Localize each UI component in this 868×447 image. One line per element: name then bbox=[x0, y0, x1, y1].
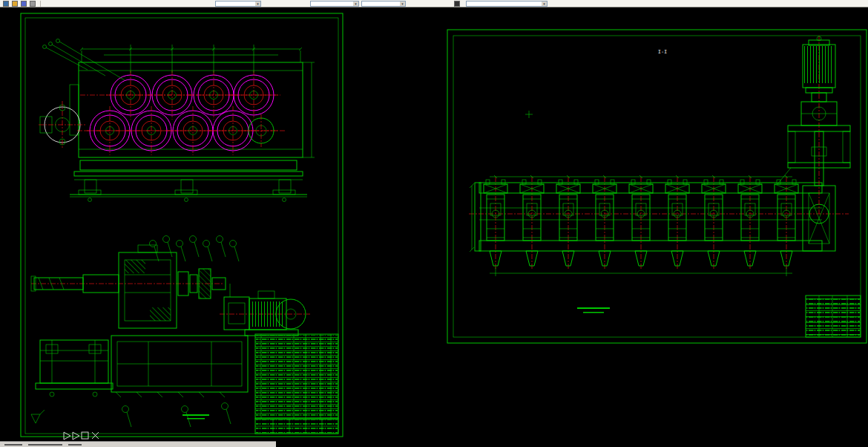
status-text-fragment bbox=[28, 444, 62, 446]
machine-bed bbox=[70, 160, 307, 202]
view-caption bbox=[183, 414, 209, 420]
right-drawing-sheet: I-I bbox=[447, 30, 867, 343]
repeated-part bbox=[208, 106, 257, 155]
repeated-part bbox=[190, 236, 200, 258]
plan-view bbox=[39, 39, 315, 158]
parts-list-table bbox=[255, 334, 338, 419]
top-toolbar: ▾ ▾ ▾ ▾ bbox=[0, 0, 868, 7]
roller-circles bbox=[85, 71, 278, 155]
new-file-icon[interactable] bbox=[3, 1, 9, 7]
repeated-part bbox=[177, 241, 186, 262]
base-frame bbox=[111, 336, 248, 397]
repeated-part bbox=[229, 71, 278, 120]
square-marker-icon bbox=[82, 432, 88, 439]
repeated-part bbox=[222, 403, 231, 425]
chevron-down-icon[interactable]: ▾ bbox=[255, 1, 260, 6]
repeated-part bbox=[593, 175, 617, 269]
sheet-outer-border bbox=[447, 30, 867, 343]
repeated-part bbox=[520, 175, 544, 269]
repeated-part bbox=[163, 236, 173, 258]
status-text-fragment bbox=[68, 444, 82, 446]
status-bar bbox=[0, 441, 868, 447]
palette-icon[interactable] bbox=[454, 1, 460, 7]
surface-finish-symbol bbox=[31, 410, 45, 423]
left-drawing-sheet bbox=[21, 13, 343, 437]
repeated-part bbox=[217, 236, 226, 258]
chevron-down-icon[interactable]: ▾ bbox=[353, 1, 358, 6]
model-space[interactable]: I-I bbox=[0, 7, 868, 441]
play-marker-icon bbox=[73, 432, 79, 440]
play-marker-icon bbox=[64, 432, 70, 440]
sheet-inner-border bbox=[453, 36, 861, 337]
repeated-part bbox=[203, 241, 213, 262]
datum-cross bbox=[525, 111, 533, 118]
open-folder-icon[interactable] bbox=[12, 1, 18, 7]
roller-units bbox=[484, 175, 798, 269]
chevron-down-icon[interactable]: ▾ bbox=[542, 1, 547, 6]
cad-application-window: ▾ ▾ ▾ ▾ bbox=[0, 0, 868, 447]
roller-shaft-assembly bbox=[469, 175, 849, 276]
repeated-part bbox=[484, 175, 507, 269]
layer-combo[interactable]: ▾ bbox=[215, 1, 261, 7]
view-marker-icons bbox=[64, 432, 99, 440]
motor-side-view bbox=[220, 291, 310, 336]
command-line[interactable] bbox=[0, 441, 276, 447]
title-block bbox=[806, 296, 861, 337]
title-block bbox=[255, 419, 338, 434]
color-combo[interactable]: ▾ bbox=[310, 1, 359, 7]
toolbar-separator bbox=[40, 1, 41, 7]
print-icon[interactable] bbox=[30, 1, 36, 7]
section-label: I-I bbox=[658, 49, 668, 55]
repeated-part bbox=[182, 406, 191, 428]
assembly-caption bbox=[577, 307, 610, 313]
repeated-part bbox=[775, 175, 798, 269]
drawing-canvas[interactable]: I-I bbox=[0, 7, 868, 441]
repeated-part bbox=[702, 175, 726, 269]
repeated-part bbox=[230, 241, 240, 262]
repeated-part bbox=[556, 175, 580, 269]
repeated-part bbox=[122, 406, 132, 428]
status-bar-fill bbox=[276, 441, 868, 447]
chevron-down-icon[interactable]: ▾ bbox=[400, 1, 405, 6]
assembly-dimensions bbox=[470, 177, 792, 276]
repeated-part bbox=[629, 175, 653, 269]
style-combo[interactable]: ▾ bbox=[466, 1, 548, 7]
repeated-part bbox=[665, 175, 689, 269]
motor-drive-unit bbox=[777, 36, 850, 214]
bevel-gear-housing bbox=[803, 186, 835, 251]
clamp-section-view bbox=[36, 340, 113, 397]
status-text-fragment bbox=[4, 444, 22, 446]
repeated-part bbox=[738, 175, 762, 269]
linetype-combo[interactable]: ▾ bbox=[361, 1, 406, 7]
save-icon[interactable] bbox=[21, 1, 27, 7]
